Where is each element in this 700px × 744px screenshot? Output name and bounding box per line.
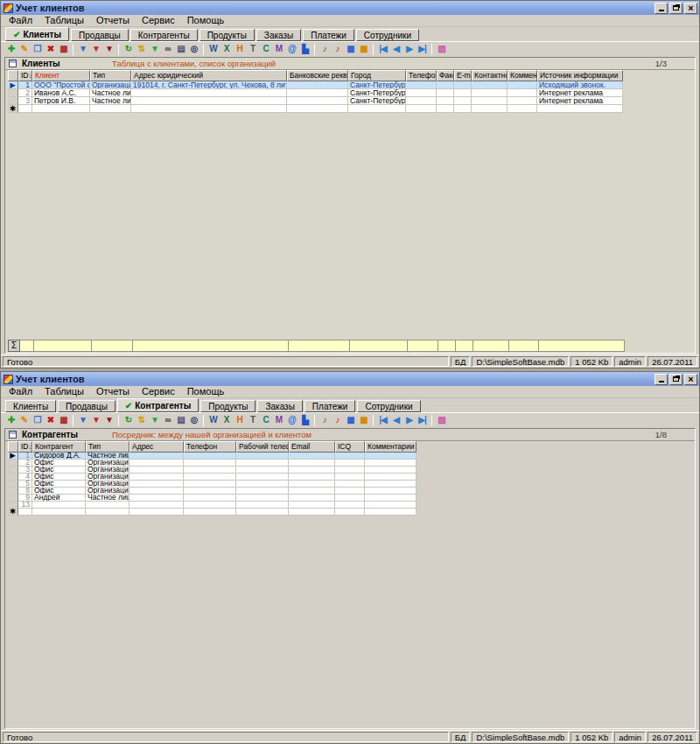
cell[interactable] xyxy=(184,502,236,509)
menu-item-fayl[interactable]: Файл xyxy=(3,386,38,397)
cell[interactable]: Исходящий звонок. xyxy=(537,81,623,89)
row-selector[interactable] xyxy=(8,460,18,467)
cell[interactable] xyxy=(86,509,130,516)
cell[interactable] xyxy=(130,467,184,474)
menu-item-pomosch[interactable]: Помощь xyxy=(181,386,231,397)
row-selector[interactable] xyxy=(8,89,18,97)
cell[interactable] xyxy=(335,481,365,488)
cell[interactable] xyxy=(184,495,236,502)
cell[interactable]: 2 xyxy=(18,89,32,97)
cell[interactable] xyxy=(437,105,454,113)
cell[interactable] xyxy=(365,481,416,488)
cell[interactable] xyxy=(130,509,184,516)
table-row[interactable]: 5ОфисОрганизация xyxy=(8,481,695,488)
minimize-button[interactable] xyxy=(654,374,668,385)
nav-next-icon[interactable]: ▶ xyxy=(402,414,416,427)
tab-sotrudniki[interactable]: Сотрудники xyxy=(356,29,419,41)
find-icon[interactable]: ∞ xyxy=(161,43,174,56)
cell[interactable] xyxy=(236,453,289,460)
table-row[interactable]: ▶1ООО "Простой софт"Организация191014, г… xyxy=(8,81,695,89)
cell[interactable] xyxy=(131,97,287,105)
row-selector[interactable] xyxy=(8,481,18,488)
filter-icon[interactable]: ▼ xyxy=(76,414,89,427)
cell[interactable]: Организация xyxy=(86,481,130,488)
restore-button[interactable] xyxy=(669,374,682,385)
cell[interactable]: 4 xyxy=(18,474,32,481)
cell[interactable] xyxy=(335,488,365,495)
cell[interactable] xyxy=(335,502,365,509)
delete-record-icon[interactable]: ✖ xyxy=(44,43,57,56)
cell[interactable] xyxy=(335,495,365,502)
column-header[interactable]: Контрагент xyxy=(32,441,86,453)
tab-prodavtsy[interactable]: Продавцы xyxy=(58,400,116,412)
column-header[interactable]: Клиент xyxy=(32,70,90,81)
column-header[interactable]: Телефоны xyxy=(406,70,437,81)
table-row[interactable]: 9АндрейЧастное лицо xyxy=(8,495,695,502)
cell[interactable]: 3 xyxy=(18,467,32,474)
cell[interactable]: Офис xyxy=(32,467,86,474)
column-header[interactable]: ID↓ xyxy=(18,441,32,453)
print-icon[interactable]: ▤ xyxy=(174,414,187,427)
cell[interactable] xyxy=(236,502,289,509)
cell[interactable] xyxy=(236,495,289,502)
chart-icon[interactable]: ▙ xyxy=(298,43,312,56)
cell[interactable]: ООО "Простой софт" xyxy=(32,81,90,89)
cell[interactable] xyxy=(406,97,437,105)
delete-note-icon[interactable]: ♪ xyxy=(331,414,344,427)
cell[interactable] xyxy=(184,488,236,495)
cell[interactable]: Интернет реклама xyxy=(537,89,623,97)
export-csv-icon[interactable]: C xyxy=(259,414,272,427)
cell[interactable] xyxy=(236,467,289,474)
menu-item-otchety[interactable]: Отчеты xyxy=(90,15,136,26)
cell[interactable] xyxy=(236,474,289,481)
nav-last-icon[interactable]: ▶| xyxy=(416,414,429,427)
cell[interactable] xyxy=(365,460,416,467)
cell[interactable] xyxy=(184,453,236,460)
copy-record-icon[interactable]: ❐ xyxy=(31,43,44,56)
cell[interactable] xyxy=(184,481,236,488)
cell[interactable] xyxy=(289,509,335,516)
cell[interactable] xyxy=(287,81,348,89)
column-header[interactable]: ICQ xyxy=(335,441,365,453)
table-row[interactable]: ▶1Сидоров Д.А.Частное лицо xyxy=(8,453,695,460)
filter-edit-icon[interactable]: ▼ xyxy=(102,43,116,56)
export-csv-icon[interactable]: C xyxy=(259,43,272,56)
table-row[interactable]: 2ОфисОрганизация xyxy=(8,460,695,467)
export-html-icon[interactable]: H xyxy=(233,414,246,427)
add-record-icon[interactable]: ✚ xyxy=(4,43,18,56)
cell[interactable]: 5 xyxy=(18,481,32,488)
tab-produkty[interactable]: Продукты xyxy=(200,400,256,412)
table-row[interactable]: 3ОфисОрганизация xyxy=(8,467,695,474)
table-row[interactable]: 2Иванов А.С.Частное лицоСанкт-ПетербургИ… xyxy=(8,89,695,97)
title-bar[interactable]: Учет клиентов × xyxy=(1,372,699,386)
send-email-icon[interactable]: @ xyxy=(285,414,298,427)
column-header[interactable]: Email xyxy=(289,441,335,453)
grid-style-icon[interactable]: ▦ xyxy=(357,414,370,427)
row-selector[interactable] xyxy=(8,495,18,502)
cell[interactable] xyxy=(365,488,416,495)
export-xml-icon[interactable]: M xyxy=(272,414,285,427)
nav-first-icon[interactable]: |◀ xyxy=(376,414,389,427)
cell[interactable] xyxy=(406,105,437,113)
find-icon[interactable]: ∞ xyxy=(161,414,174,427)
export-text-icon[interactable]: T xyxy=(246,414,259,427)
cell[interactable]: Санкт-Петербург xyxy=(348,81,406,89)
row-selector[interactable] xyxy=(8,474,18,481)
table-row[interactable]: 8ОфисОрганизация xyxy=(8,488,695,495)
cell[interactable]: 13 xyxy=(18,502,32,509)
export-html-icon[interactable]: H xyxy=(233,43,246,56)
exit-icon[interactable]: ▨ xyxy=(435,43,448,56)
tab-klienty[interactable]: Клиенты xyxy=(5,400,56,412)
cell[interactable] xyxy=(32,502,86,509)
export-word-icon[interactable]: W xyxy=(206,414,220,427)
cell[interactable] xyxy=(289,481,335,488)
column-header[interactable]: E-mail xyxy=(454,70,472,81)
cell[interactable] xyxy=(365,474,416,481)
cell[interactable] xyxy=(437,89,454,97)
print-icon[interactable]: ▤ xyxy=(174,43,187,56)
cell[interactable]: Офис xyxy=(32,481,86,488)
collapse-box-icon[interactable] xyxy=(9,60,17,67)
sort-icon[interactable]: ⇅ xyxy=(135,43,148,56)
column-header[interactable]: Комментарии xyxy=(365,441,416,453)
menu-item-otchety[interactable]: Отчеты xyxy=(90,386,136,397)
